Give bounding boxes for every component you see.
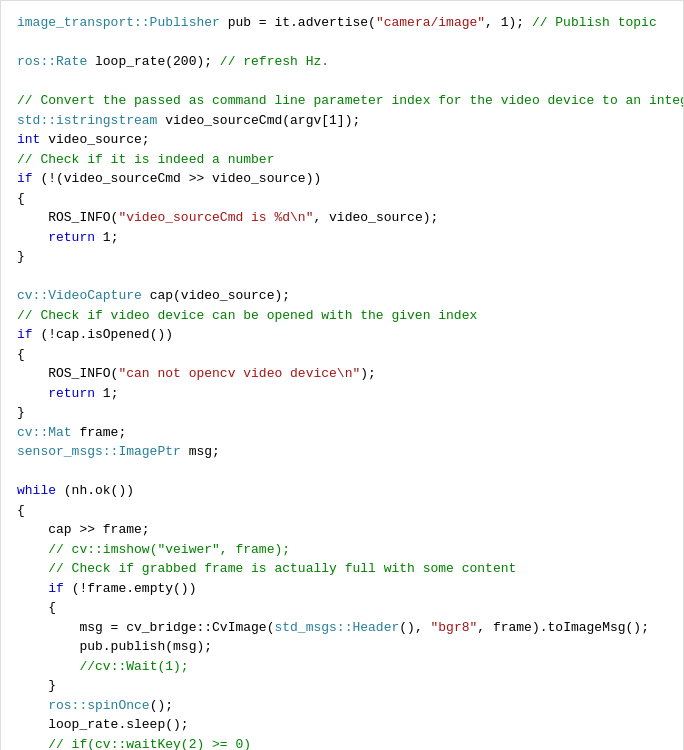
code-line: cv::VideoCapture cap(video_source); bbox=[17, 286, 667, 306]
code-token: cap(video_source); bbox=[142, 288, 290, 303]
code-line: { bbox=[17, 501, 667, 521]
code-line: if (!(video_sourceCmd >> video_source)) bbox=[17, 169, 667, 189]
code-token: (nh.ok()) bbox=[56, 483, 134, 498]
code-token: (!(video_sourceCmd >> video_source)) bbox=[33, 171, 322, 186]
code-line bbox=[17, 33, 667, 53]
code-line: // Check if it is indeed a number bbox=[17, 150, 667, 170]
code-token: ); bbox=[360, 366, 376, 381]
code-token: video_sourceCmd(argv[1]); bbox=[157, 113, 360, 128]
code-token bbox=[17, 230, 48, 245]
code-token: { bbox=[17, 347, 25, 362]
code-line: ROS_INFO("can not opencv video device\n"… bbox=[17, 364, 667, 384]
code-token: return bbox=[48, 386, 95, 401]
code-token: if bbox=[17, 327, 33, 342]
code-token: ros::Rate bbox=[17, 54, 87, 69]
code-token: "can not opencv video device\n" bbox=[118, 366, 360, 381]
code-line: if (!frame.empty()) bbox=[17, 579, 667, 599]
code-token: , 1); bbox=[485, 15, 532, 30]
code-line: } bbox=[17, 676, 667, 696]
code-line: ros::Rate loop_rate(200); // refresh Hz. bbox=[17, 52, 667, 72]
code-token: video_source; bbox=[40, 132, 149, 147]
code-line: pub.publish(msg); bbox=[17, 637, 667, 657]
code-token: if bbox=[17, 171, 33, 186]
code-line bbox=[17, 72, 667, 92]
code-token: (); bbox=[150, 698, 173, 713]
code-line bbox=[17, 267, 667, 287]
code-line: // Check if video device can be opened w… bbox=[17, 306, 667, 326]
code-token: std::istringstream bbox=[17, 113, 157, 128]
code-line: if (!cap.isOpened()) bbox=[17, 325, 667, 345]
code-token: // Check if it is indeed a number bbox=[17, 152, 274, 167]
code-line: ROS_INFO("video_sourceCmd is %d\n", vide… bbox=[17, 208, 667, 228]
code-line: loop_rate.sleep(); bbox=[17, 715, 667, 735]
code-token: cv::Mat bbox=[17, 425, 72, 440]
code-token: "camera/image" bbox=[376, 15, 485, 30]
code-token: return bbox=[48, 230, 95, 245]
code-token: image_transport::Publisher bbox=[17, 15, 220, 30]
code-token: { bbox=[17, 503, 25, 518]
code-token: sensor_msgs::ImagePtr bbox=[17, 444, 181, 459]
code-token: (), bbox=[399, 620, 430, 635]
code-line: return 1; bbox=[17, 228, 667, 248]
code-token: cv::VideoCapture bbox=[17, 288, 142, 303]
code-line: { bbox=[17, 189, 667, 209]
code-token bbox=[17, 542, 48, 557]
code-block: image_transport::Publisher pub = it.adve… bbox=[17, 13, 667, 750]
code-token bbox=[17, 561, 48, 576]
code-token: // cv::imshow("veiwer", frame); bbox=[48, 542, 290, 557]
code-token: (!cap.isOpened()) bbox=[33, 327, 173, 342]
code-line: int video_source; bbox=[17, 130, 667, 150]
code-token: ros::spinOnce bbox=[17, 698, 150, 713]
code-token: // Check if grabbed frame is actually fu… bbox=[48, 561, 516, 576]
code-token: while bbox=[17, 483, 56, 498]
code-token: int bbox=[17, 132, 40, 147]
code-line: sensor_msgs::ImagePtr msg; bbox=[17, 442, 667, 462]
code-token: if bbox=[48, 581, 64, 596]
code-token: } bbox=[17, 405, 25, 420]
code-token: "bgr8" bbox=[431, 620, 478, 635]
code-line: } bbox=[17, 403, 667, 423]
code-token: // refresh Hz. bbox=[220, 54, 329, 69]
code-token: "video_sourceCmd is %d\n" bbox=[118, 210, 313, 225]
code-token: msg = cv_bridge::CvImage( bbox=[17, 620, 274, 635]
code-token: , frame).toImageMsg(); bbox=[477, 620, 649, 635]
code-line: } bbox=[17, 247, 667, 267]
code-line: // Convert the passed as command line pa… bbox=[17, 91, 667, 111]
code-token: msg; bbox=[181, 444, 220, 459]
code-line: msg = cv_bridge::CvImage(std_msgs::Heade… bbox=[17, 618, 667, 638]
code-line: // Check if grabbed frame is actually fu… bbox=[17, 559, 667, 579]
code-token bbox=[17, 737, 48, 751]
code-token: } bbox=[17, 678, 56, 693]
code-line: { bbox=[17, 345, 667, 365]
code-line bbox=[17, 462, 667, 482]
code-container: image_transport::Publisher pub = it.adve… bbox=[0, 0, 684, 750]
code-line: cap >> frame; bbox=[17, 520, 667, 540]
code-line: return 1; bbox=[17, 384, 667, 404]
code-token: } bbox=[17, 249, 25, 264]
code-line: //cv::Wait(1); bbox=[17, 657, 667, 677]
code-line: image_transport::Publisher pub = it.adve… bbox=[17, 13, 667, 33]
code-line: // if(cv::waitKey(2) >= 0) bbox=[17, 735, 667, 751]
code-line: ros::spinOnce(); bbox=[17, 696, 667, 716]
code-line: while (nh.ok()) bbox=[17, 481, 667, 501]
code-token: frame; bbox=[72, 425, 127, 440]
code-token: (!frame.empty()) bbox=[64, 581, 197, 596]
code-token: 1; bbox=[95, 230, 118, 245]
code-token bbox=[17, 386, 48, 401]
code-token: { bbox=[17, 191, 25, 206]
code-token: 1; bbox=[95, 386, 118, 401]
code-line: // cv::imshow("veiwer", frame); bbox=[17, 540, 667, 560]
code-token: ROS_INFO( bbox=[17, 366, 118, 381]
code-line: cv::Mat frame; bbox=[17, 423, 667, 443]
code-token: ROS_INFO( bbox=[17, 210, 118, 225]
code-token: //cv::Wait(1); bbox=[79, 659, 188, 674]
code-line: std::istringstream video_sourceCmd(argv[… bbox=[17, 111, 667, 131]
code-token: cap >> frame; bbox=[17, 522, 150, 537]
code-token: // if(cv::waitKey(2) >= 0) bbox=[48, 737, 251, 751]
code-token: // Publish topic bbox=[532, 15, 657, 30]
code-line: { bbox=[17, 598, 667, 618]
code-token: // Convert the passed as command line pa… bbox=[17, 93, 684, 108]
code-token: loop_rate.sleep(); bbox=[17, 717, 189, 732]
code-token bbox=[17, 581, 48, 596]
code-token: pub = it.advertise( bbox=[220, 15, 376, 30]
